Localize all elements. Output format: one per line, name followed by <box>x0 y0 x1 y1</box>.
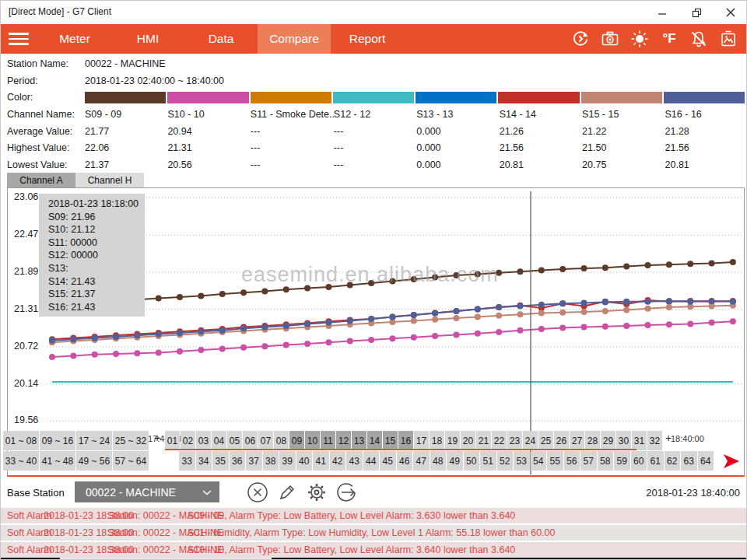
channel-button-35[interactable]: 35 <box>212 451 229 471</box>
channel-button-03[interactable]: 03 <box>196 431 211 450</box>
channel-button-31[interactable]: 31 <box>632 431 647 450</box>
channel-button-16[interactable]: 16 <box>398 431 413 450</box>
group-button-09~16[interactable]: 09 ~ 16 <box>40 431 75 450</box>
zoom-plus-left[interactable]: + <box>154 432 160 444</box>
mute-bell-icon[interactable] <box>684 24 714 54</box>
channel-button-64[interactable]: 64 <box>698 451 714 471</box>
channel-button-56[interactable]: 56 <box>564 451 580 471</box>
channel-button-30[interactable]: 30 <box>616 431 631 450</box>
channel-button-51[interactable]: 51 <box>480 451 496 471</box>
channel-button-47[interactable]: 47 <box>413 451 430 471</box>
channel-button-07[interactable]: 07 <box>258 431 273 450</box>
alarm-row[interactable]: Soft Alarm2018-01-23 18:38:00Station: 00… <box>1 525 747 541</box>
channel-button-28[interactable]: 28 <box>585 431 600 450</box>
channel-button-29[interactable]: 29 <box>601 431 615 450</box>
settings-button[interactable] <box>305 481 328 504</box>
channel-button-22[interactable]: 22 <box>492 431 507 450</box>
tab-channel-h[interactable]: Channel H <box>75 173 144 188</box>
channel-button-21[interactable]: 21 <box>476 431 491 450</box>
channel-button-05[interactable]: 05 <box>227 431 242 450</box>
channel-button-54[interactable]: 54 <box>531 451 547 471</box>
channel-button-55[interactable]: 55 <box>547 451 563 471</box>
restore-button[interactable] <box>679 1 714 24</box>
nav-item-meter[interactable]: Meter <box>38 24 111 54</box>
channel-button-27[interactable]: 27 <box>570 431 584 450</box>
base-station-dropdown[interactable]: 00022 - MACHINE <box>75 481 219 502</box>
channel-button-12[interactable]: 12 <box>336 431 351 450</box>
channel-button-09[interactable]: 09 <box>289 431 304 450</box>
channel-button-10[interactable]: 10 <box>305 431 320 450</box>
channel-button-34[interactable]: 34 <box>196 451 212 471</box>
nav-item-data[interactable]: Data <box>184 24 258 54</box>
channel-button-46[interactable]: 46 <box>397 451 413 471</box>
channel-button-33[interactable]: 33 <box>179 451 195 471</box>
zoom-plus-right[interactable]: + <box>665 432 672 444</box>
channel-button-01[interactable]: 01 <box>165 431 180 450</box>
group-button-41~48[interactable]: 41 ~ 48 <box>40 451 75 471</box>
channel-button-49[interactable]: 49 <box>447 451 463 471</box>
channel-button-58[interactable]: 58 <box>598 451 614 471</box>
channel-button-06[interactable]: 06 <box>243 431 258 450</box>
channel-button-11[interactable]: 11 <box>321 431 335 450</box>
export-button[interactable] <box>335 481 358 504</box>
channel-button-44[interactable]: 44 <box>363 451 380 471</box>
channel-button-13[interactable]: 13 <box>352 431 366 450</box>
nav-item-report[interactable]: Report <box>331 24 404 54</box>
channel-button-25[interactable]: 25 <box>538 431 553 450</box>
channel-button-39[interactable]: 39 <box>279 451 296 471</box>
channel-button-41[interactable]: 41 <box>313 451 329 471</box>
camera-icon[interactable] <box>595 24 625 54</box>
channel-button-50[interactable]: 50 <box>464 451 480 471</box>
minimize-button[interactable] <box>645 1 679 24</box>
menu-icon[interactable] <box>9 31 30 47</box>
channel-button-38[interactable]: 38 <box>263 451 279 471</box>
edit-button[interactable] <box>275 481 299 504</box>
group-button-49~56[interactable]: 49 ~ 56 <box>76 451 112 471</box>
fahrenheit-icon[interactable]: °F <box>654 24 684 54</box>
channel-button-61[interactable]: 61 <box>647 451 664 471</box>
channel-button-04[interactable]: 04 <box>212 431 226 450</box>
channel-button-20[interactable]: 20 <box>461 431 475 450</box>
channel-button-60[interactable]: 60 <box>631 451 647 471</box>
channel-button-59[interactable]: 59 <box>614 451 630 471</box>
channel-button-37[interactable]: 37 <box>246 451 262 471</box>
channel-button-42[interactable]: 42 <box>330 451 346 471</box>
channel-button-43[interactable]: 43 <box>346 451 363 471</box>
channel-button-63[interactable]: 63 <box>681 451 697 471</box>
channel-button-26[interactable]: 26 <box>554 431 569 450</box>
channel-button-14[interactable]: 14 <box>367 431 382 450</box>
close-button[interactable] <box>714 1 747 24</box>
channel-button-19[interactable]: 19 <box>445 431 460 450</box>
channel-button-23[interactable]: 23 <box>507 431 522 450</box>
channel-button-15[interactable]: 15 <box>383 431 398 450</box>
nav-item-compare[interactable]: Compare <box>258 24 331 54</box>
alarm-row[interactable]: Soft Alarm2018-01-23 18:38:00Station: 00… <box>1 508 747 523</box>
nav-item-hmi[interactable]: HMI <box>111 24 184 54</box>
channel-button-48[interactable]: 48 <box>430 451 447 471</box>
channel-button-52[interactable]: 52 <box>497 451 514 471</box>
save-image-icon[interactable] <box>714 24 743 54</box>
channel-button-32[interactable]: 32 <box>647 431 662 450</box>
group-button-01~08[interactable]: 01 ~ 08 <box>3 431 39 450</box>
channel-button-62[interactable]: 62 <box>665 451 681 471</box>
group-button-25~32[interactable]: 25 ~ 32 <box>113 431 149 450</box>
channel-button-08[interactable]: 08 <box>274 431 289 450</box>
channel-button-36[interactable]: 36 <box>230 451 246 471</box>
group-button-33~40[interactable]: 33 ~ 40 <box>3 451 39 471</box>
alarm-row[interactable]: Soft Alarm2018-01-23 18:38:00Station: 00… <box>1 542 747 558</box>
brightness-icon[interactable] <box>625 24 654 54</box>
next-page-arrow[interactable] <box>722 453 741 472</box>
channel-button-45[interactable]: 45 <box>380 451 396 471</box>
channel-button-53[interactable]: 53 <box>514 451 530 471</box>
group-button-17~24[interactable]: 17 ~ 24 <box>76 431 112 450</box>
sync-icon[interactable] <box>566 24 595 54</box>
channel-button-40[interactable]: 40 <box>296 451 313 471</box>
group-button-57~64[interactable]: 57 ~ 64 <box>113 451 149 471</box>
channel-button-57[interactable]: 57 <box>580 451 597 471</box>
cancel-button[interactable] <box>246 481 269 504</box>
channel-button-02[interactable]: 02 <box>181 431 195 450</box>
channel-button-17[interactable]: 17 <box>414 431 429 450</box>
tab-channel-a[interactable]: Channel A <box>7 173 75 188</box>
channel-button-24[interactable]: 24 <box>523 431 538 450</box>
channel-button-18[interactable]: 18 <box>430 431 444 450</box>
